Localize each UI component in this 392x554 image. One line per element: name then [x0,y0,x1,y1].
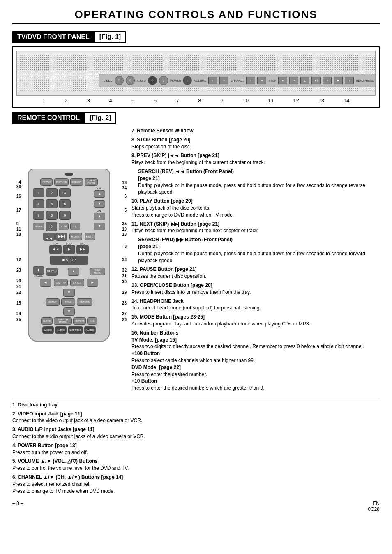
desc-subtitle-16c: DVD Mode: [page 22] [131,365,181,370]
panel-num-13: 13 [318,97,324,104]
desc-item-9b: SEARCH (REV) ◄◄ Button (Front Panel)[pag… [138,168,380,196]
label-30: 30 [122,279,127,284]
desc-body-15: Activates program playback or random pla… [131,321,310,327]
left-nav-btn[interactable]: ◄ [40,279,51,287]
subtitle-btn[interactable]: SUBTITLE [68,326,83,334]
desc-item-12: 12. PAUSE Button [page 21] Pauses the cu… [131,266,380,280]
ch-up-btn[interactable]: ▲ [246,77,255,84]
panel-numbers: 1 2 3 4 5 6 7 8 9 10 11 12 13 14 [16,97,376,104]
ctrl-btn-4[interactable]: ● [159,76,168,85]
angle-btn[interactable]: ANGLE [84,326,96,334]
ctrl-btn-2[interactable]: ⊙ [126,76,135,85]
setup-btn[interactable]: SETUP [46,298,60,306]
label-13-34: 1334 [122,180,127,191]
play-btn-front[interactable]: ▶ [300,77,309,84]
slow-btn[interactable]: SLOW [46,268,58,276]
search-mode-btn[interactable]: SEARCHMODE [54,317,72,325]
panel-num-4: 4 [109,97,112,104]
remote-body: POWER PICTURE SELECT OPEN/CLOSE 1 2 3 CH… [28,169,110,342]
btn-plus10[interactable]: +10 [70,223,80,230]
enter-btn[interactable]: ENTER [70,279,84,286]
down-nav-btn-2[interactable]: ▼ [63,307,75,316]
select-btn[interactable]: SELECT [70,178,83,186]
btn-5[interactable]: 5 [46,199,58,208]
desc-title-13: OPEN/CLOSE Button [page 20] [140,282,212,288]
clear-btn[interactable]: CLEAR [41,317,53,325]
power-btn-front[interactable]: ○ [183,76,192,85]
open-btn-front[interactable]: ▲ [345,77,354,84]
panel-num-1: 1 [42,97,45,104]
desc-num-9: 9. [131,152,136,158]
remote-control-section: REMOTE CONTROL [Fig. 2] 436 16 17 91110 … [12,112,380,394]
desc-body-8: Stops operation of the disc. [131,144,191,150]
btn-7[interactable]: 7 [33,211,44,220]
mode-btn[interactable]: MODE [42,326,54,334]
desc-item-11b: SEARCH (FWD) ▶▶ Button (Front Panel)[pag… [138,236,380,264]
mute-btn[interactable]: MUTE [85,233,95,240]
sleep-btn[interactable]: SLEEP [33,223,44,230]
btn-9[interactable]: 9 [59,211,71,220]
desc-num-14: 14. [131,298,138,304]
btn-8[interactable]: 8 [46,211,58,220]
pause-btn-remote[interactable]: ⏸ [33,266,44,275]
ch-up-remote[interactable]: ▲ [94,190,105,198]
desc-title-4: 4. POWER Button [page 13] [12,443,77,448]
ctrl-btn-3[interactable]: ⊙ [148,76,157,85]
prev-btn-front[interactable]: |◄ [289,77,298,84]
desc-body-9: Plays back from the beginning of the cur… [131,159,265,165]
up-nav-btn[interactable]: ▲ [68,268,79,276]
desc-item-9: 9. PREV (SKIP) |◄◄ Button [page 21] Play… [131,152,380,166]
pause-btn-front[interactable]: ⏸ [323,77,332,84]
vsurr-btn[interactable]: V.SURR [69,233,82,240]
right-nav-btn[interactable]: ► [87,279,98,287]
btn-4[interactable]: 4 [33,199,44,208]
ctrl-btn-1[interactable]: ⊙ [115,76,124,85]
power-btn[interactable]: POWER [40,178,53,186]
vol-down-remote[interactable]: ▼ [94,223,105,230]
label-9-11-10: 91110 [16,221,21,237]
vol-up-remote[interactable]: ▲ [94,213,105,220]
ch-down-remote[interactable]: ▼ [94,200,105,208]
panel-num-9: 9 [220,97,223,104]
title-btn[interactable]: TITLE [61,298,75,306]
repeat-btn[interactable]: REPEAT [73,317,86,325]
audio-btn[interactable]: AUDIO [55,326,67,334]
open-close-btn[interactable]: OPEN/CLOSE [85,178,98,186]
picture-btn[interactable]: PICTURE [54,178,68,186]
vol-up-btn[interactable]: ▲ [208,77,217,84]
panel-num-12: 12 [293,97,299,104]
fwd-btn[interactable]: ▶▶ [76,245,89,254]
remote-control-header: REMOTE CONTROL [Fig. 2] [12,112,380,124]
disc-menu-btn[interactable]: DISCMENU [90,268,105,275]
desc-body-16a: Press two digits to directly access the … [131,344,364,349]
next-skip-btn[interactable]: ▶▶| [55,233,67,241]
vol-down-btn[interactable]: ▼ [219,77,228,84]
stop-btn-remote[interactable]: ■ STOP [50,256,88,265]
desc-6: 6. CHANNEL ▲/▼ (CH. ▲/▼) Buttons [page 1… [12,474,380,494]
play-btn-remote[interactable]: ▶ [63,245,75,254]
desc-num-16: 16. [131,330,138,336]
stop-btn-front[interactable]: ■ [278,77,287,84]
return-btn[interactable]: RETURN [77,298,92,306]
desc-title-16: Number Buttons [140,330,178,336]
desc-subtitle-16a: TV Mode: [page 15] [131,337,177,343]
stopdsc-btn-front[interactable]: ⏹ [334,77,343,84]
label-4-36: 436 [16,180,21,189]
btn-2[interactable]: 2 [46,188,58,197]
btn-0[interactable]: 0 [46,222,57,231]
desc-title-11b: SEARCH (FWD) ▶▶ Button (Front Panel)[pag… [138,237,233,249]
desc-body-6: Press to select memorized channel.Press … [12,481,115,494]
btn-plus100[interactable]: +100 [59,223,69,230]
btn-3[interactable]: 3 [59,188,71,197]
display-btn[interactable]: DISPLAY [54,279,68,286]
btn-1[interactable]: 1 [33,188,44,197]
ab-btn[interactable]: A-B [87,317,97,325]
rev-btn[interactable]: ◄◄ [49,245,62,254]
label-8: 8 [124,244,127,249]
desc-body-11: Plays back from the beginning of the nex… [131,228,259,233]
ch-down-btn[interactable]: ▼ [257,77,266,84]
prev-skip-btn[interactable]: |◄◄ [43,233,55,241]
down-nav-btn[interactable]: ▼ [63,289,75,297]
next-btn-front[interactable]: ►| [311,77,321,84]
btn-6[interactable]: 6 [59,199,71,208]
